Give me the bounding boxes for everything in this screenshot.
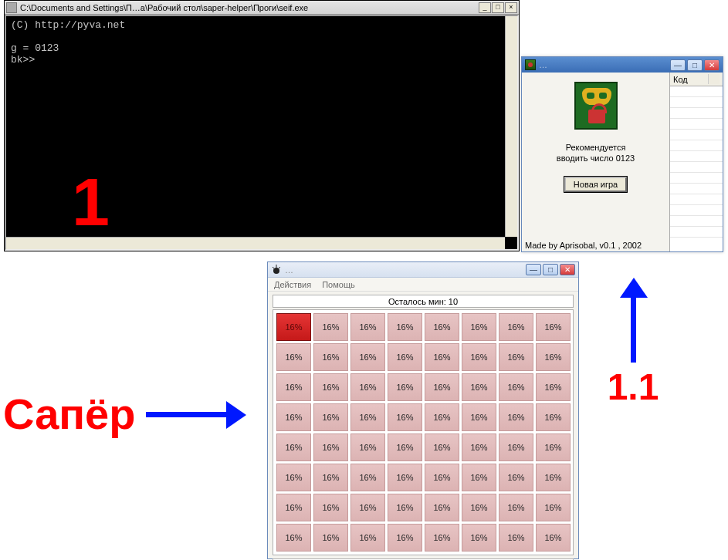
grid-cell[interactable]: 16% [536,433,571,461]
grid-cell[interactable]: 16% [276,433,311,461]
console-title: C:\Documents and Settings\П…a\Рабочий ст… [20,3,479,12]
grid-cell[interactable]: 16% [276,313,311,341]
helper-titlebar[interactable]: … — □ ✕ [522,57,723,73]
grid-cell[interactable]: 16% [350,403,385,431]
grid-cell[interactable]: 16% [462,343,496,371]
grid-cell[interactable]: 16% [350,494,385,521]
list-item[interactable] [670,130,723,140]
helper-window: … — □ ✕ Рекомендуется вводить число 0123… [521,56,723,252]
list-item[interactable] [670,227,723,238]
grid-cell[interactable]: 16% [425,343,459,371]
grid-cell[interactable]: 16% [388,373,422,401]
grid-cell[interactable]: 16% [499,313,533,341]
grid-cell[interactable]: 16% [313,373,348,401]
grid-cell[interactable]: 16% [276,373,311,401]
grid-cell[interactable]: 16% [388,433,422,461]
grid-cell[interactable]: 16% [425,494,459,521]
console-body[interactable]: (C) http://pyva.net g = 0123 bk>> 1 [5,15,519,251]
close-button[interactable]: ✕ [560,264,575,275]
grid-cell[interactable]: 16% [536,464,571,491]
grid-cell[interactable]: 16% [536,524,571,552]
grid-cell[interactable]: 16% [313,313,348,341]
grid-cell[interactable]: 16% [350,373,385,401]
grid-cell[interactable]: 16% [350,433,385,461]
grid-cell[interactable]: 16% [313,494,348,521]
grid-cell[interactable]: 16% [499,524,533,552]
menu-help[interactable]: Помощь [322,280,355,289]
grid-cell[interactable]: 16% [313,403,348,431]
grid-cell[interactable]: 16% [276,524,311,552]
grid-cell[interactable]: 16% [499,403,533,431]
grid-cell[interactable]: 16% [425,433,459,461]
grid-cell[interactable]: 16% [462,494,496,521]
grid-cell[interactable]: 16% [276,403,311,431]
close-button[interactable]: × [505,2,517,13]
grid-cell[interactable]: 16% [276,343,311,371]
list-item[interactable] [670,97,723,108]
grid-cell[interactable]: 16% [462,313,496,341]
close-button[interactable]: ✕ [704,59,720,71]
grid-cell[interactable]: 16% [499,343,533,371]
grid-cell[interactable]: 16% [313,433,348,461]
grid-cell[interactable]: 16% [425,403,459,431]
grid-cell[interactable]: 16% [536,494,571,521]
grid-cell[interactable]: 16% [350,464,385,491]
list-item[interactable] [670,140,723,151]
grid-cell[interactable]: 16% [462,524,496,552]
list-item[interactable] [670,119,723,130]
saper-titlebar[interactable]: … — □ ✕ [268,262,578,278]
grid-cell[interactable]: 16% [462,464,496,491]
list-item[interactable] [670,173,723,184]
grid-cell[interactable]: 16% [536,403,571,431]
grid-cell[interactable]: 16% [499,373,533,401]
grid-cell[interactable]: 16% [536,313,571,341]
minimize-button[interactable]: — [526,264,541,275]
grid-cell[interactable]: 16% [388,403,422,431]
minimize-button[interactable]: _ [479,2,491,13]
grid-cell[interactable]: 16% [276,494,311,521]
console-scrollbar-vertical[interactable] [505,16,517,237]
list-item[interactable] [670,162,723,173]
grid-cell[interactable]: 16% [313,343,348,371]
maximize-button[interactable]: □ [543,264,558,275]
grid-cell[interactable]: 16% [388,313,422,341]
code-column-header[interactable]: Код [673,75,708,84]
grid-cell[interactable]: 16% [462,433,496,461]
code-list-header[interactable]: Код [670,73,723,86]
list-item[interactable] [670,108,723,119]
list-item[interactable] [670,184,723,194]
minimize-button[interactable]: — [670,59,686,71]
grid-cell[interactable]: 16% [313,464,348,491]
grid-cell[interactable]: 16% [276,464,311,491]
maximize-button[interactable]: □ [687,59,703,71]
console-titlebar[interactable]: C:\Documents and Settings\П…a\Рабочий ст… [5,1,519,15]
grid-cell[interactable]: 16% [425,524,459,552]
grid-cell[interactable]: 16% [536,373,571,401]
grid-cell[interactable]: 16% [462,373,496,401]
code-list[interactable] [670,86,723,251]
grid-cell[interactable]: 16% [425,313,459,341]
list-item[interactable] [670,216,723,227]
new-game-button[interactable]: Новая игра [564,177,627,192]
list-item[interactable] [670,151,723,162]
grid-cell[interactable]: 16% [388,524,422,552]
grid-cell[interactable]: 16% [536,343,571,371]
grid-cell[interactable]: 16% [388,343,422,371]
grid-cell[interactable]: 16% [499,464,533,491]
grid-cell[interactable]: 16% [499,433,533,461]
grid-cell[interactable]: 16% [425,373,459,401]
grid-cell[interactable]: 16% [388,464,422,491]
menu-actions[interactable]: Действия [274,280,311,289]
list-item[interactable] [670,194,723,205]
grid-cell[interactable]: 16% [462,403,496,431]
grid-cell[interactable]: 16% [313,524,348,552]
grid-cell[interactable]: 16% [350,343,385,371]
grid-cell[interactable]: 16% [350,524,385,552]
grid-cell[interactable]: 16% [350,313,385,341]
list-item[interactable] [670,86,723,97]
grid-cell[interactable]: 16% [425,464,459,491]
list-item[interactable] [670,205,723,216]
maximize-button[interactable]: □ [492,2,504,13]
grid-cell[interactable]: 16% [499,494,533,521]
grid-cell[interactable]: 16% [388,494,422,521]
